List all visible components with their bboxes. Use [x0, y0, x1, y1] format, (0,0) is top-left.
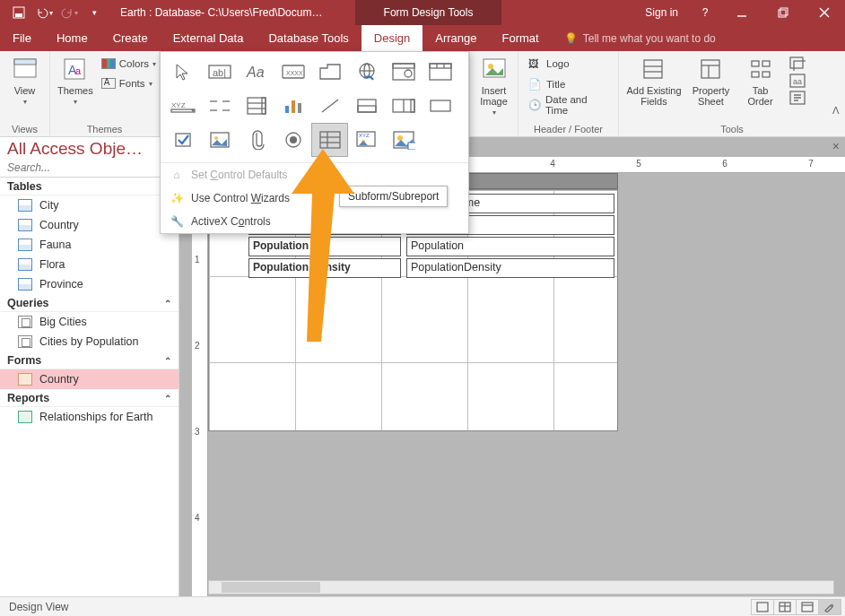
nav-item[interactable]: Province	[0, 274, 179, 294]
group-queries-header[interactable]: Queries⌃	[0, 294, 179, 312]
svg-rect-24	[790, 57, 803, 68]
webbrowser-control-icon[interactable]	[385, 55, 422, 89]
logo-button[interactable]: 🖼Logo	[526, 55, 611, 73]
rectangle-listbox-icon[interactable]	[385, 89, 422, 123]
tab-external-data[interactable]: External Data	[161, 25, 257, 51]
group-forms-header[interactable]: Forms⌃	[0, 351, 179, 369]
nav-item[interactable]: Cities by Population	[0, 332, 179, 351]
datasheet-view-button[interactable]	[773, 599, 797, 615]
tab-create[interactable]: Create	[100, 25, 161, 51]
nav-pane-title[interactable]: All Access Obje…	[7, 139, 143, 159]
close-form-icon[interactable]: ×	[832, 139, 840, 153]
tab-design[interactable]: Design	[362, 25, 422, 51]
help-icon[interactable]: ?	[689, 0, 721, 25]
rectangle-control-icon[interactable]	[422, 89, 458, 123]
combobox-control-icon[interactable]: XYZ	[164, 89, 201, 123]
status-text: Design View	[9, 601, 68, 613]
group-tables-header[interactable]: Tables⌃	[0, 178, 179, 195]
design-view-button[interactable]	[818, 599, 841, 615]
toggle-button-control-icon[interactable]	[348, 89, 385, 123]
nav-item[interactable]: Country	[0, 215, 179, 235]
svg-rect-23	[762, 72, 770, 77]
title-bar: ▾ ▾ ▾ Earth : Database- C:\Users\Fred\Do…	[0, 0, 845, 25]
horizontal-scrollbar[interactable]	[208, 580, 834, 594]
property-sheet-button[interactable]: PropertySheet	[691, 55, 731, 107]
button-control-icon[interactable]: XXXX	[274, 55, 311, 89]
tab-arrange[interactable]: Arrange	[422, 25, 489, 51]
convert-macros-icon[interactable]	[789, 91, 806, 105]
bound-textbox[interactable]: Population	[406, 237, 614, 256]
option-button-control-icon[interactable]	[274, 123, 311, 157]
field-label[interactable]: Population	[248, 237, 401, 256]
scrollbar-thumb[interactable]	[222, 582, 320, 593]
form-view-button[interactable]	[751, 599, 774, 615]
bound-object-icon[interactable]: XYZ	[348, 123, 385, 157]
nav-item[interactable]: Flora	[0, 255, 179, 274]
undo-icon[interactable]: ▾	[34, 3, 54, 22]
datetime-button[interactable]: 🕒Date and Time	[526, 96, 611, 114]
group-forms-label: Forms	[7, 354, 41, 367]
nav-item-label: Relationships for Earth	[39, 411, 152, 423]
label-control-icon[interactable]: Aa	[238, 55, 274, 89]
nav-item[interactable]: Fauna	[0, 235, 179, 255]
tab-database-tools[interactable]: Database Tools	[256, 25, 361, 51]
nav-item[interactable]: Country	[0, 369, 179, 389]
colors-button[interactable]: Colors▾	[99, 55, 159, 73]
minimize-button[interactable]	[721, 0, 762, 25]
subform-new-window-icon[interactable]	[789, 56, 806, 71]
tell-me-search[interactable]: 💡Tell me what you want to do	[552, 25, 728, 51]
group-reports-header[interactable]: Reports⌃	[0, 389, 179, 407]
nav-item[interactable]: Big Cities	[0, 312, 179, 332]
window-title: Earth : Database- C:\Users\Fred\Docume..…	[120, 6, 327, 19]
tab-format[interactable]: Format	[490, 25, 552, 51]
nav-item[interactable]: Relationships for Earth	[0, 407, 179, 427]
bound-textbox[interactable]: PopulationDensity	[406, 258, 614, 278]
fonts-icon: A	[101, 78, 116, 89]
themes-button[interactable]: Aa Themes▾	[57, 55, 93, 106]
colors-label: Colors	[119, 58, 149, 69]
image-icon	[480, 55, 509, 83]
image-control-icon[interactable]	[385, 123, 422, 157]
qat-customize-icon[interactable]: ▾	[84, 3, 104, 22]
sign-in-link[interactable]: Sign in	[634, 6, 689, 19]
collapse-ribbon-icon[interactable]: ᐱ	[832, 105, 840, 117]
title-button[interactable]: 📄Title	[526, 75, 611, 93]
tab-file[interactable]: File	[0, 25, 44, 51]
svg-text:aa: aa	[793, 77, 802, 86]
property-sheet-icon	[697, 55, 726, 83]
nav-search-input[interactable]	[0, 159, 179, 178]
tab-home[interactable]: Home	[44, 25, 100, 51]
chart-control-icon[interactable]	[274, 89, 311, 123]
field-label[interactable]: Population Density	[248, 258, 401, 278]
insert-page-break-icon[interactable]	[201, 89, 238, 123]
checkbox-control-icon[interactable]	[164, 123, 201, 157]
clock-icon: 🕒	[528, 99, 542, 111]
object-icon	[18, 219, 32, 231]
hyperlink-control-icon[interactable]	[348, 55, 385, 89]
svg-rect-63	[431, 100, 450, 111]
fonts-button[interactable]: AFonts▾	[99, 74, 159, 92]
view-button[interactable]: View▾	[7, 55, 42, 106]
save-icon[interactable]	[9, 3, 29, 22]
tab-control-icon[interactable]	[311, 55, 348, 89]
subform-control-icon[interactable]	[311, 123, 348, 157]
restore-button[interactable]	[762, 0, 804, 25]
select-control-icon[interactable]	[164, 55, 201, 89]
add-fields-icon	[640, 55, 668, 83]
add-existing-fields-button[interactable]: Add ExistingFields	[626, 55, 682, 107]
insert-image-button[interactable]: InsertImage▾	[477, 55, 510, 117]
nav-item[interactable]: City	[0, 195, 179, 215]
line-control-icon[interactable]	[311, 89, 348, 123]
layout-view-button[interactable]	[796, 599, 819, 615]
attachment-control-icon[interactable]	[238, 123, 274, 157]
unbound-object-icon[interactable]	[201, 123, 238, 157]
listbox-control-icon[interactable]	[238, 89, 274, 123]
activex-controls[interactable]: 🔧ActiveX Controls	[161, 210, 468, 233]
view-code-icon[interactable]: aa	[789, 74, 806, 88]
navigation-control-icon[interactable]	[422, 55, 458, 89]
svg-rect-45	[171, 109, 195, 112]
tab-order-button[interactable]: TabOrder	[740, 55, 780, 107]
close-button[interactable]	[804, 0, 845, 25]
textbox-control-icon[interactable]: ab|	[201, 55, 238, 89]
view-label: View	[14, 85, 36, 96]
